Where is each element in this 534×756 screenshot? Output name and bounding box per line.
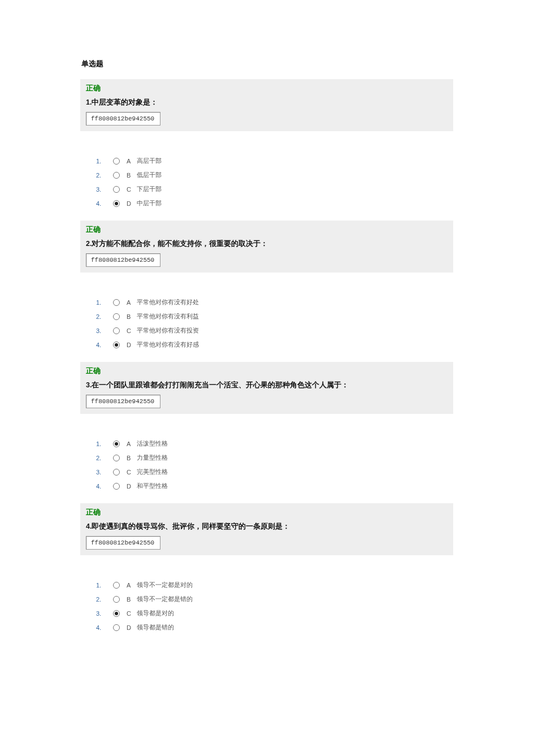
radio-button[interactable] (113, 469, 120, 476)
option-number: 4. (96, 200, 107, 207)
section-title: 单选题 (81, 59, 453, 69)
radio-button[interactable] (113, 158, 120, 165)
options-list: 1.A活泼型性格2.B力量型性格3.C完美型性格4.D和平型性格 (96, 437, 453, 493)
radio-button[interactable] (113, 172, 120, 179)
option-row[interactable]: 2.B平常他对你有没有利益 (96, 309, 453, 323)
radio-button[interactable] (113, 299, 120, 306)
correct-label: 正确 (86, 508, 448, 517)
option-number: 1. (96, 582, 107, 589)
option-number: 1. (96, 440, 107, 447)
option-label: 完美型性格 (137, 468, 168, 476)
option-letter: A (127, 582, 137, 589)
option-letter: B (127, 172, 137, 179)
option-row[interactable]: 4.D和平型性格 (96, 479, 453, 493)
option-row[interactable]: 1.A领导不一定都是对的 (96, 578, 453, 592)
radio-button[interactable] (113, 483, 120, 490)
radio-button[interactable] (113, 327, 120, 334)
radio-button[interactable] (113, 455, 120, 461)
radio-button[interactable] (113, 610, 120, 617)
option-letter: A (127, 440, 137, 447)
option-number: 1. (96, 158, 107, 165)
option-number: 3. (96, 327, 107, 334)
question-text: 3.在一个团队里跟谁都会打打闹闹充当一个活宝、开心果的那种角色这个人属于： (86, 381, 448, 390)
options-list: 1.A平常他对你有没有好处2.B平常他对你有没有利益3.C平常他对你有没有投资4… (96, 295, 453, 352)
question-block: 正确4.即使遇到真的领导骂你、批评你，同样要坚守的一条原则是：ff8080812… (80, 503, 453, 555)
options-list: 1.A高层干部2.B低层干部3.C下层干部4.D中层干部 (96, 154, 453, 210)
option-letter: D (127, 200, 137, 207)
question-block: 正确1.中层变革的对象是：ff8080812be942550 (80, 79, 453, 131)
option-label: 平常他对你有没有好处 (137, 298, 199, 306)
question-text: 2.对方能不能配合你，能不能支持你，很重要的取决于： (86, 239, 448, 249)
options-list: 1.A领导不一定都是对的2.B领导不一定都是错的3.C领导都是对的4.D领导都是… (96, 578, 453, 634)
question-text: 1.中层变革的对象是： (86, 98, 448, 107)
option-row[interactable]: 1.A平常他对你有没有好处 (96, 295, 453, 309)
questions-container: 正确1.中层变革的对象是：ff8080812be9425501.A高层干部2.B… (80, 79, 453, 645)
radio-button[interactable] (113, 342, 120, 348)
question-block: 正确2.对方能不能配合你，能不能支持你，很重要的取决于：ff8080812be9… (80, 221, 453, 273)
option-number: 4. (96, 483, 107, 490)
correct-label: 正确 (86, 84, 448, 93)
code-box: ff8080812be942550 (86, 253, 160, 267)
option-row[interactable]: 3.C平常他对你有没有投资 (96, 323, 453, 338)
option-letter: A (127, 299, 137, 306)
option-row[interactable]: 3.C下层干部 (96, 182, 453, 196)
option-row[interactable]: 3.C领导都是对的 (96, 606, 453, 620)
option-letter: C (127, 186, 137, 193)
option-label: 中层干部 (137, 199, 162, 208)
option-letter: D (127, 624, 137, 631)
radio-button[interactable] (113, 313, 120, 320)
correct-label: 正确 (86, 225, 448, 235)
radio-button[interactable] (113, 200, 120, 207)
option-label: 活泼型性格 (137, 439, 168, 448)
option-letter: C (127, 327, 137, 334)
radio-button[interactable] (113, 596, 120, 603)
option-letter: D (127, 342, 137, 348)
option-row[interactable]: 2.B领导不一定都是错的 (96, 592, 453, 606)
option-label: 领导都是错的 (137, 623, 174, 632)
option-letter: D (127, 483, 137, 490)
option-label: 低层干部 (137, 171, 162, 179)
option-number: 2. (96, 313, 107, 320)
option-row[interactable]: 4.D领导都是错的 (96, 620, 453, 634)
option-number: 1. (96, 299, 107, 306)
correct-label: 正确 (86, 366, 448, 376)
option-row[interactable]: 1.A高层干部 (96, 154, 453, 168)
content-column: 单选题 正确1.中层变革的对象是：ff8080812be9425501.A高层干… (80, 59, 453, 645)
radio-button[interactable] (113, 582, 120, 589)
page: 单选题 正确1.中层变革的对象是：ff8080812be9425501.A高层干… (0, 0, 534, 645)
option-label: 领导不一定都是错的 (137, 595, 193, 603)
radio-button[interactable] (113, 186, 120, 193)
option-row[interactable]: 4.D平常他对你有没有好感 (96, 338, 453, 352)
option-label: 下层干部 (137, 185, 162, 193)
option-letter: C (127, 610, 137, 617)
option-number: 2. (96, 455, 107, 461)
option-row[interactable]: 4.D中层干部 (96, 196, 453, 210)
option-number: 3. (96, 469, 107, 476)
code-box: ff8080812be942550 (86, 112, 160, 126)
radio-button[interactable] (113, 440, 120, 447)
spacer (80, 496, 453, 503)
option-label: 和平型性格 (137, 482, 168, 490)
option-label: 平常他对你有没有好感 (137, 340, 199, 349)
spacer (80, 355, 453, 362)
option-letter: B (127, 313, 137, 320)
option-label: 力量型性格 (137, 453, 168, 462)
option-row[interactable]: 2.B力量型性格 (96, 451, 453, 465)
option-label: 领导不一定都是对的 (137, 581, 193, 589)
option-label: 领导都是对的 (137, 609, 174, 617)
option-row[interactable]: 2.B低层干部 (96, 168, 453, 182)
option-number: 3. (96, 610, 107, 617)
option-letter: C (127, 469, 137, 476)
option-row[interactable]: 1.A活泼型性格 (96, 437, 453, 451)
option-number: 2. (96, 172, 107, 179)
question-text: 4.即使遇到真的领导骂你、批评你，同样要坚守的一条原则是： (86, 522, 448, 532)
option-row[interactable]: 3.C完美型性格 (96, 465, 453, 479)
option-letter: A (127, 158, 137, 165)
code-box: ff8080812be942550 (86, 536, 160, 550)
option-number: 4. (96, 342, 107, 348)
option-letter: B (127, 596, 137, 603)
code-box: ff8080812be942550 (86, 395, 160, 408)
spacer (80, 638, 453, 645)
option-label: 平常他对你有没有利益 (137, 312, 199, 321)
radio-button[interactable] (113, 624, 120, 631)
